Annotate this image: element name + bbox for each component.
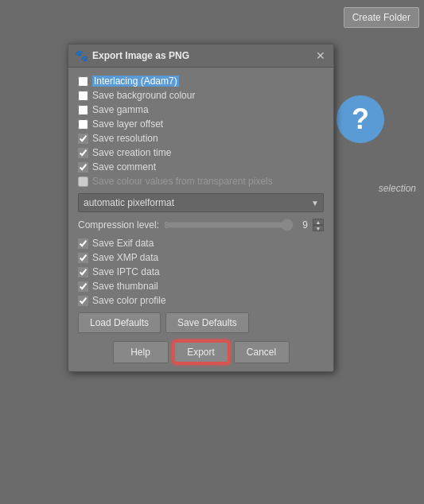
pixelformat-dropdown-row: automatic pixelformat 8bpc RGB 16bpc RGB… [78,193,324,212]
pixelformat-dropdown-wrapper: automatic pixelformat 8bpc RGB 16bpc RGB… [78,193,324,212]
save-bg-colour-checkbox[interactable] [78,91,88,101]
export-dialog: 🐾 Export Image as PNG ✕ Interlacing (Ada… [68,44,334,372]
save-exif-checkbox[interactable] [78,238,88,249]
save-exif-label: Save Exif data [92,238,154,249]
checkbox-row-save-thumbnail: Save thumbnail [78,281,324,292]
save-layer-offset-label: Save layer offset [92,118,163,130]
save-defaults-button[interactable]: Save Defaults [165,312,249,333]
dialog-titlebar: 🐾 Export Image as PNG ✕ [68,45,333,68]
checkbox-row-save-layer-offset: Save layer offset [78,118,324,130]
checkbox-row-save-bg: Save background colour [78,90,324,101]
dialog-title-area: 🐾 Export Image as PNG [75,49,189,62]
compression-decrement-button[interactable]: ▼ [313,225,324,231]
compression-row: Compression level: 9 ▲ ▼ [78,219,324,231]
checkbox-row-save-xmp: Save XMP data [78,252,324,263]
defaults-buttons-row: Load Defaults Save Defaults [78,312,324,333]
selection-text: selection [379,183,416,194]
save-xmp-checkbox[interactable] [78,253,88,263]
checkbox-row-save-gamma: Save gamma [78,104,324,115]
checkbox-row-save-colour-values: Save colour values from transparent pixe… [78,176,324,187]
checkbox-row-interlacing: Interlacing (Adam7) [78,76,324,87]
save-comment-checkbox[interactable] [78,162,88,173]
compression-slider[interactable] [164,219,294,231]
save-creation-time-checkbox[interactable] [78,148,88,158]
checkbox-row-save-iptc: Save IPTC data [78,266,324,277]
compression-value: 9 [298,219,308,231]
load-defaults-button[interactable]: Load Defaults [78,312,161,333]
save-creation-time-label: Save creation time [92,147,171,158]
save-thumbnail-label: Save thumbnail [92,281,158,292]
checkbox-row-save-creation-time: Save creation time [78,147,324,158]
dialog-body: Interlacing (Adam7) Save background colo… [68,68,333,371]
help-circle-icon: ? [336,95,384,143]
save-color-profile-checkbox[interactable] [78,296,88,306]
checkbox-row-save-color-profile: Save color profile [78,295,324,306]
dialog-close-button[interactable]: ✕ [314,50,327,61]
save-colour-values-label: Save colour values from transparent pixe… [92,176,273,187]
help-button[interactable]: Help [113,341,169,363]
pixelformat-select[interactable]: automatic pixelformat 8bpc RGB 16bpc RGB… [78,193,324,212]
compression-increment-button[interactable]: ▲ [313,219,324,225]
save-iptc-label: Save IPTC data [92,266,160,277]
export-button-wrapper: Export [173,341,229,363]
save-thumbnail-checkbox[interactable] [78,281,88,292]
save-colour-values-checkbox [78,176,88,187]
save-xmp-label: Save XMP data [92,252,158,263]
save-layer-offset-checkbox[interactable] [78,119,88,130]
save-comment-label: Save comment [92,161,156,173]
compression-label: Compression level: [78,219,159,231]
checkbox-row-save-exif: Save Exif data [78,238,324,249]
compression-spinner: ▲ ▼ [313,219,324,231]
save-gamma-label: Save gamma [92,104,149,115]
checkbox-row-save-comment: Save comment [78,161,324,173]
save-iptc-checkbox[interactable] [78,267,88,277]
save-resolution-checkbox[interactable] [78,134,88,144]
export-button[interactable]: Export [173,341,229,363]
dialog-title: Export Image as PNG [92,50,189,61]
dialog-app-icon: 🐾 [75,49,88,62]
save-resolution-label: Save resolution [92,133,158,144]
save-gamma-checkbox[interactable] [78,105,88,115]
checkbox-row-save-resolution: Save resolution [78,133,324,144]
save-bg-colour-label: Save background colour [92,90,195,101]
interlacing-label: Interlacing (Adam7) [92,76,179,87]
action-buttons-row: Help Export Cancel [78,341,324,363]
interlacing-checkbox[interactable] [78,76,88,87]
save-color-profile-label: Save color profile [92,295,166,306]
cancel-button[interactable]: Cancel [234,341,290,363]
create-folder-button[interactable]: Create Folder [344,7,419,28]
